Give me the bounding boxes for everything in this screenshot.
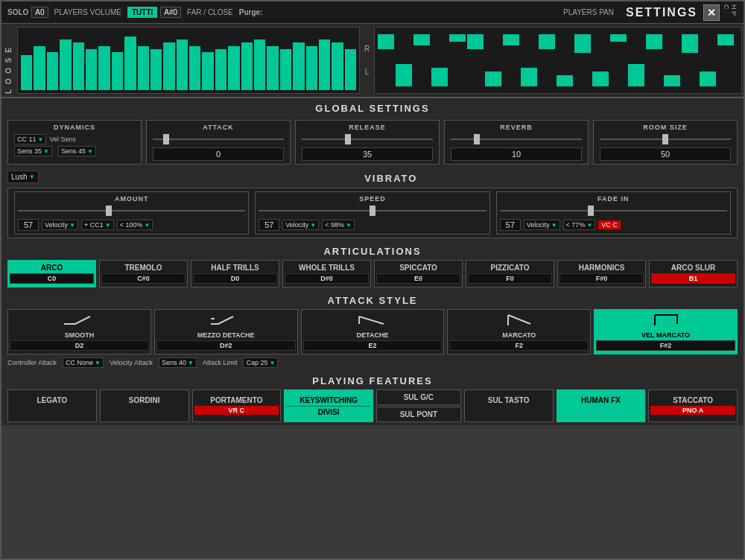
divisi-label: DIVISI xyxy=(286,407,371,419)
vibrato-speed-velocity[interactable]: Velocity ▼ xyxy=(282,220,319,230)
artic-button-label: ARCO SLUR xyxy=(651,264,735,272)
vibrato-fadein-value: 57 xyxy=(500,219,521,231)
reverb-title: REVERB xyxy=(451,124,582,131)
players-pan-label: PLAYERS PAN xyxy=(563,8,614,16)
pan-bar-bottom-fill xyxy=(700,71,716,86)
articulations-buttons: ARCOC0TREMOLOC#0HALF TRILLSD0WHOLE TRILL… xyxy=(7,260,738,287)
far-close-label: FAR / CLOSE xyxy=(187,8,233,16)
pan-bar xyxy=(539,34,555,86)
vibrato-speed-title: SPEED xyxy=(259,195,486,203)
vibrato-fadein-pct[interactable]: < 77% ▼ xyxy=(563,220,596,230)
artic-key: E0 xyxy=(376,273,460,284)
attack-button-smooth[interactable]: SMOOTHD2 xyxy=(7,309,151,354)
cap25-dropdown[interactable]: Cap 25 ▼ xyxy=(243,357,278,368)
cc-dropdown-arrow: ▼ xyxy=(38,136,44,143)
vibrato-amount-pct[interactable]: < 100% ▼ xyxy=(117,220,153,230)
reverb-slider[interactable] xyxy=(451,134,582,144)
play-button-human-fx[interactable]: HUMAN FX xyxy=(557,389,646,422)
play-button-sul-pont[interactable]: SUL PONT xyxy=(376,407,461,422)
sens40-dropdown[interactable]: Sens 40 ▼ xyxy=(159,357,197,368)
vibrato-fadein-controls: 57 Velocity ▼ < 77% ▼ VC C xyxy=(500,219,727,231)
tutti-button[interactable]: TUTTI xyxy=(127,7,157,18)
vibrato-fadein-velocity[interactable]: Velocity ▼ xyxy=(524,220,560,230)
l-label: L xyxy=(365,68,370,76)
vibrato-amount-velocity[interactable]: Velocity ▼ xyxy=(42,220,78,230)
play-button-staccato[interactable]: STACCATOPNO A xyxy=(648,389,738,422)
room-size-title: ROOM SIZE xyxy=(600,124,731,131)
volume-bar xyxy=(163,42,174,90)
mixer-area: L O O S E R L xyxy=(1,24,744,98)
lush-dropdown[interactable]: Lush ▼ xyxy=(7,171,39,183)
vibrato-speed-slider[interactable] xyxy=(259,206,486,216)
artic-button-label: SPICCATO xyxy=(376,264,460,272)
volume-bar xyxy=(112,52,123,90)
pan-bar xyxy=(449,34,466,86)
artic-key: F#0 xyxy=(559,273,644,284)
artic-button-half-trills[interactable]: HALF TRILLSD0 xyxy=(191,260,279,287)
room-size-thumb[interactable] xyxy=(662,134,668,144)
attack-key: F#2 xyxy=(596,340,735,351)
play-button-legato[interactable]: LEGATO xyxy=(7,389,97,422)
release-track xyxy=(302,139,433,140)
volume-bar xyxy=(138,46,149,91)
mezzo-icon xyxy=(156,313,296,330)
artic-button-label: WHOLE TRILLS xyxy=(285,264,369,272)
room-size-slider[interactable] xyxy=(600,134,731,144)
artic-button-harmonics[interactable]: HARMONICSF#0 xyxy=(557,260,646,287)
artic-button-tremolo[interactable]: TREMOLOC#0 xyxy=(99,260,188,287)
volume-bar xyxy=(150,49,162,90)
volume-bar xyxy=(267,46,278,91)
artic-button-arco[interactable]: ARCOC0 xyxy=(7,260,96,287)
vibrato-title: VIBRATO xyxy=(45,173,738,184)
attack-button-label: MARCATO xyxy=(449,331,589,339)
pan-bar-bottom-fill xyxy=(628,64,644,86)
play-button-label: STACCATO xyxy=(650,396,735,404)
release-slider[interactable] xyxy=(302,134,433,144)
artic-button-spiccato[interactable]: SPICCATOE0 xyxy=(374,260,463,287)
play-button-portamento[interactable]: PORTAMENTOVR C xyxy=(192,389,282,422)
pan-bar-bottom-fill xyxy=(485,71,501,86)
purge-label: Purge: xyxy=(239,8,263,16)
play-button-keyswitching[interactable]: KEYSWITCHINGDIVISI xyxy=(284,389,373,422)
cc-none-dropdown[interactable]: CC None ▼ xyxy=(63,357,104,368)
reverb-thumb[interactable] xyxy=(474,134,480,144)
artic-button-label: HARMONICS xyxy=(559,264,644,272)
artic-button-whole-trills[interactable]: WHOLE TRILLSD#0 xyxy=(282,260,371,287)
attack-style-title: ATTACK STYLE xyxy=(7,293,738,309)
vibrato-amount-value: 57 xyxy=(18,219,39,231)
playing-section: PLAYING FEATURES LEGATOSORDINIPORTAMENTO… xyxy=(1,371,744,425)
cc-dropdown[interactable]: CC 11 ▼ xyxy=(14,134,46,144)
pan-bar xyxy=(378,34,394,86)
attack-slider[interactable] xyxy=(153,134,284,144)
pan-bar xyxy=(503,34,519,86)
sens45-arrow: ▼ xyxy=(87,148,93,155)
attack-button-mezzo-detache[interactable]: MEZZO DETACHED#2 xyxy=(154,309,298,354)
pan-bar-bottom-fill xyxy=(557,75,573,86)
vibrato-speed-pct[interactable]: < 98% ▼ xyxy=(322,220,355,230)
play-button-sordini[interactable]: SORDINI xyxy=(100,389,189,422)
vibrato-amount-cc1[interactable]: + CC1 ▼ xyxy=(81,220,114,230)
pan-bar xyxy=(628,34,644,86)
play-button-sul-tasto[interactable]: SUL TASTO xyxy=(464,389,554,422)
pan-bar-top-fill xyxy=(467,34,484,49)
play-button-sul-gc[interactable]: SUL G/C xyxy=(376,389,461,405)
vibrato-section: Lush ▼ VIBRATO AMOUNT 57 Velocity xyxy=(1,168,744,241)
vibrato-fadein-slider[interactable] xyxy=(500,206,727,216)
attack-button-detache[interactable]: DETACHEE2 xyxy=(301,309,445,354)
vibrato-amount-slider[interactable] xyxy=(18,206,245,216)
attack-button-vel-marcato[interactable]: VEL MARCATOF#2 xyxy=(594,309,738,354)
volume-bar xyxy=(98,46,110,91)
artic-button-pizzicato[interactable]: PIZZICATOF0 xyxy=(466,260,554,287)
play-button-sub: PNO A xyxy=(650,406,735,415)
release-thumb[interactable] xyxy=(345,134,351,144)
sens45-dropdown[interactable]: Sens 45 ▼ xyxy=(58,146,96,156)
artic-button-label: PIZZICATO xyxy=(468,264,552,272)
reverb-value: 10 xyxy=(451,147,582,161)
attack-thumb[interactable] xyxy=(163,134,169,144)
artic-button-arco-slur[interactable]: ARCO SLURB1 xyxy=(649,260,738,287)
attack-button-marcato[interactable]: MARCATOF2 xyxy=(447,309,591,354)
sens35-dropdown[interactable]: Sens 35 ▼ xyxy=(14,146,52,156)
volume-bar xyxy=(177,39,188,90)
close-button[interactable]: ✕ xyxy=(703,4,720,21)
articulations-section: ARTICULATIONS ARCOC0TREMOLOC#0HALF TRILL… xyxy=(1,241,744,290)
